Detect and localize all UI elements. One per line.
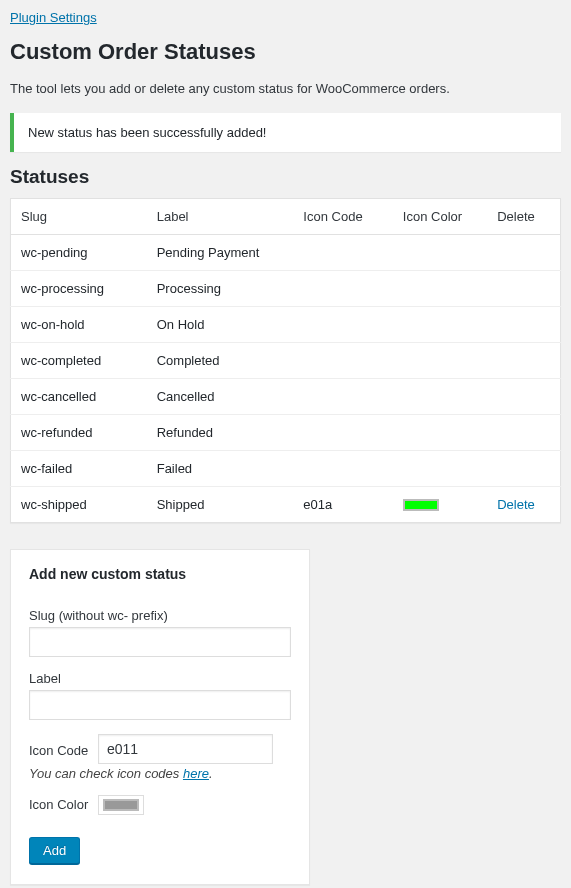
icon-color-label: Icon Color <box>29 797 88 812</box>
cell-label: Pending Payment <box>147 234 294 270</box>
page-title: Custom Order Statuses <box>10 39 561 65</box>
cell-icon-code <box>293 378 393 414</box>
cell-icon-color <box>393 450 487 486</box>
add-status-heading: Add new custom status <box>29 566 291 582</box>
table-row: wc-refundedRefunded <box>11 414 561 450</box>
cell-icon-code <box>293 306 393 342</box>
cell-icon-code <box>293 342 393 378</box>
cell-label: Cancelled <box>147 378 294 414</box>
statuses-table: Slug Label Icon Code Icon Color Delete w… <box>10 198 561 523</box>
cell-icon-code: e01a <box>293 486 393 522</box>
cell-delete <box>487 234 560 270</box>
table-row: wc-completedCompleted <box>11 342 561 378</box>
cell-slug: wc-pending <box>11 234 147 270</box>
header-slug: Slug <box>11 198 147 234</box>
header-icon-color: Icon Color <box>393 198 487 234</box>
icon-color-input[interactable] <box>98 795 144 815</box>
cell-icon-code <box>293 414 393 450</box>
cell-label: Refunded <box>147 414 294 450</box>
header-label: Label <box>147 198 294 234</box>
cell-icon-code <box>293 270 393 306</box>
cell-icon-color <box>393 414 487 450</box>
cell-slug: wc-refunded <box>11 414 147 450</box>
add-button[interactable]: Add <box>29 837 80 864</box>
label-input[interactable] <box>29 690 291 720</box>
cell-label: Completed <box>147 342 294 378</box>
label-label: Label <box>29 671 291 686</box>
cell-slug: wc-cancelled <box>11 378 147 414</box>
icon-code-input[interactable] <box>98 734 273 764</box>
cell-delete <box>487 342 560 378</box>
cell-delete <box>487 450 560 486</box>
cell-icon-code <box>293 234 393 270</box>
color-swatch <box>403 499 439 511</box>
cell-delete <box>487 270 560 306</box>
cell-icon-color <box>393 342 487 378</box>
page-description: The tool lets you add or delete any cust… <box>10 79 561 99</box>
cell-slug: wc-shipped <box>11 486 147 522</box>
cell-label: Shipped <box>147 486 294 522</box>
cell-label: On Hold <box>147 306 294 342</box>
cell-icon-code <box>293 450 393 486</box>
plugin-settings-link[interactable]: Plugin Settings <box>10 10 97 25</box>
cell-label: Processing <box>147 270 294 306</box>
icon-codes-link[interactable]: here <box>183 766 209 781</box>
cell-delete <box>487 378 560 414</box>
cell-slug: wc-on-hold <box>11 306 147 342</box>
success-notice: New status has been successfully added! <box>10 113 561 152</box>
cell-delete: Delete <box>487 486 560 522</box>
statuses-heading: Statuses <box>10 166 561 188</box>
cell-slug: wc-failed <box>11 450 147 486</box>
icon-code-help: You can check icon codes here. <box>29 766 291 781</box>
cell-icon-color <box>393 378 487 414</box>
cell-label: Failed <box>147 450 294 486</box>
cell-delete <box>487 414 560 450</box>
table-row: wc-on-holdOn Hold <box>11 306 561 342</box>
cell-icon-color <box>393 270 487 306</box>
table-row: wc-pendingPending Payment <box>11 234 561 270</box>
cell-icon-color <box>393 306 487 342</box>
cell-icon-color <box>393 486 487 522</box>
delete-link[interactable]: Delete <box>497 497 535 512</box>
icon-code-label: Icon Code <box>29 743 88 758</box>
header-delete: Delete <box>487 198 560 234</box>
table-row: wc-cancelledCancelled <box>11 378 561 414</box>
cell-slug: wc-completed <box>11 342 147 378</box>
table-row: wc-failedFailed <box>11 450 561 486</box>
slug-label: Slug (without wc- prefix) <box>29 608 291 623</box>
cell-slug: wc-processing <box>11 270 147 306</box>
cell-delete <box>487 306 560 342</box>
table-row: wc-processingProcessing <box>11 270 561 306</box>
header-icon-code: Icon Code <box>293 198 393 234</box>
add-status-panel: Add new custom status Slug (without wc- … <box>10 549 310 885</box>
table-row: wc-shippedShippede01aDelete <box>11 486 561 522</box>
slug-input[interactable] <box>29 627 291 657</box>
cell-icon-color <box>393 234 487 270</box>
